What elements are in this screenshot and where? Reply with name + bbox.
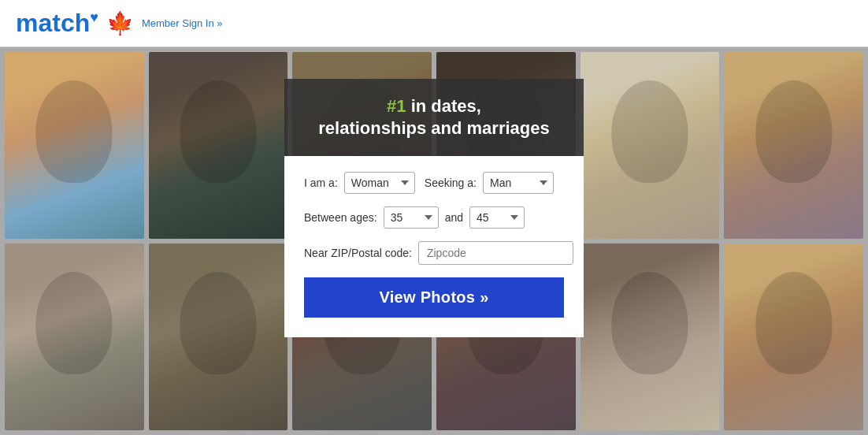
headline-number: #1 (387, 96, 406, 116)
panel-header: #1 in dates, relationships and marriages (284, 79, 584, 156)
member-signin-link[interactable]: Member Sign In » (142, 17, 223, 29)
zip-input[interactable] (418, 241, 573, 265)
photo-cell (724, 52, 863, 239)
logo-heart: ♥ (90, 9, 98, 25)
age-to-select[interactable]: 253035 404550 556065 (469, 206, 525, 229)
overlay-panel: #1 in dates, relationships and marriages… (284, 79, 584, 337)
panel-form: I am a: Man Woman Seeking a: Man Woman B… (284, 156, 584, 337)
form-row-zip: Near ZIP/Postal code: (304, 241, 564, 265)
photo-cell (149, 52, 288, 239)
age-from-select[interactable]: 182530 354045 505560 (384, 206, 439, 229)
form-row-ages: Between ages: 182530 354045 505560 and 2… (304, 206, 564, 229)
i-am-a-label: I am a: (304, 177, 338, 189)
headline: #1 in dates, relationships and marriages (308, 96, 560, 139)
seeking-a-select[interactable]: Man Woman (483, 172, 554, 194)
photo-cell (581, 52, 720, 239)
header: match♥ 🍁 Member Sign In » (0, 0, 868, 47)
headline-line2: relationships and marriages (308, 118, 560, 139)
view-photos-button[interactable]: View Photos » (304, 277, 564, 318)
photo-cell (5, 244, 144, 430)
headline-rest: in dates, (406, 96, 481, 116)
photo-cell (149, 244, 288, 430)
logo-text: match (16, 9, 90, 37)
maple-leaf-icon: 🍁 (106, 10, 134, 36)
photo-cell (581, 244, 720, 430)
logo: match♥ (16, 9, 98, 38)
photo-cell (724, 244, 863, 430)
i-am-a-select[interactable]: Man Woman (344, 172, 415, 194)
and-label: and (445, 211, 463, 224)
zip-label: Near ZIP/Postal code: (304, 247, 412, 259)
form-row-identity: I am a: Man Woman Seeking a: Man Woman (304, 172, 564, 194)
seeking-a-label: Seeking a: (425, 177, 477, 189)
between-ages-label: Between ages: (304, 211, 377, 224)
photo-cell (5, 52, 144, 239)
